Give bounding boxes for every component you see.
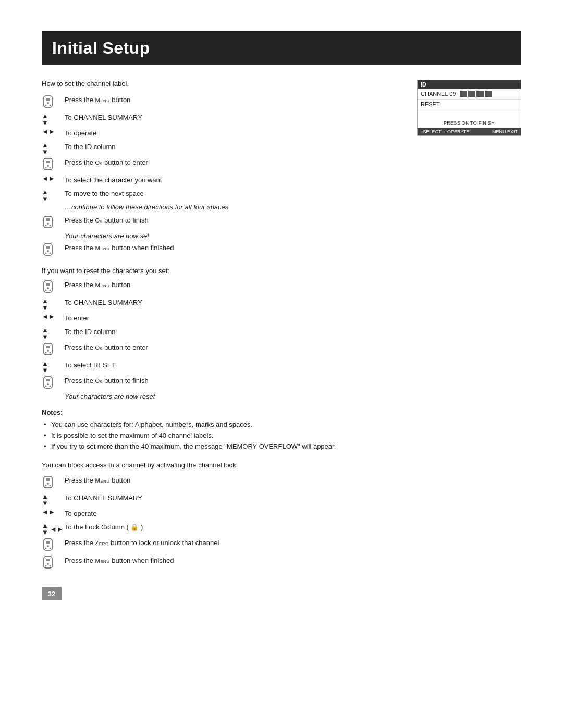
step-lock-column-text: To the Lock Column ( 🔒 ) — [65, 521, 521, 533]
remote-icon-10 — [42, 554, 65, 571]
svg-rect-25 — [44, 343, 52, 355]
title-bar: Initial Setup — [42, 31, 521, 65]
step-menu-finished-1-text: Press the Menu button when finished — [65, 242, 407, 253]
lock-icon: 🔒 — [130, 522, 139, 533]
step-press-menu-3: Press the Menu button — [42, 474, 521, 491]
svg-rect-15 — [44, 244, 52, 255]
remote-icon-1 — [42, 94, 65, 110]
screen-bottom-bar: ↕SELECT↔ OPERATE MENU EXIT — [418, 128, 521, 135]
step-enter-2-text: To enter — [65, 312, 521, 324]
step-zero-lock: Press the Zero button to lock or unlock … — [42, 537, 521, 553]
svg-rect-31 — [46, 379, 50, 381]
section-reset: If you want to reset the characters you … — [42, 267, 521, 400]
svg-point-19 — [50, 253, 51, 254]
svg-rect-45 — [44, 557, 52, 568]
screen-bottom-exit: MENU EXIT — [492, 129, 518, 134]
step-ok-enter-1-text: Press the Ok button to enter — [65, 156, 407, 168]
svg-point-23 — [45, 290, 47, 291]
svg-point-18 — [45, 253, 47, 254]
screen-block-3 — [476, 91, 484, 97]
remote-icon-8 — [42, 474, 65, 491]
screen-channel-label: CHANNEL 09 — [421, 91, 456, 97]
notes-item-2: It is possible to set the maximum of 40 … — [44, 430, 521, 441]
screen-blocks — [460, 91, 492, 97]
step-menu-finished-3-text: Press the Menu button when finished — [65, 554, 521, 566]
svg-point-2 — [47, 102, 49, 104]
svg-rect-11 — [46, 218, 50, 221]
svg-point-27 — [47, 350, 49, 352]
step-menu-finished-1: Press the Menu button when finished — [42, 242, 407, 258]
svg-point-4 — [50, 105, 51, 106]
arrow-ud-icon-7: ▲ ▼ — [42, 492, 65, 507]
svg-point-22 — [47, 287, 49, 289]
svg-point-42 — [47, 545, 49, 547]
svg-point-38 — [45, 485, 47, 487]
screen-bottom-select: ↕SELECT↔ OPERATE — [421, 129, 469, 134]
remote-icon-4 — [42, 242, 65, 258]
page-title: Initial Setup — [52, 39, 150, 57]
section2-intro: If you want to reset the characters you … — [42, 267, 521, 275]
step-channel-summary-2-text: To CHANNEL SUMMARY — [65, 297, 521, 308]
svg-rect-20 — [44, 281, 52, 292]
screen-reset-row: RESET — [418, 100, 521, 109]
remote-icon-7 — [42, 375, 65, 391]
screen-block-1 — [460, 91, 467, 97]
step-lock-column: ▲ ▼ ◄ ► To the Lock Column ( 🔒 ) — [42, 521, 521, 536]
screen-press-row: PRESS OK TO FINISH — [418, 118, 521, 128]
remote-icon-3 — [42, 214, 65, 231]
svg-point-43 — [45, 548, 47, 549]
step-ok-finish-1-text: Press the Ok button to finish — [65, 214, 407, 226]
svg-rect-6 — [46, 161, 50, 163]
svg-rect-1 — [46, 98, 50, 101]
svg-point-14 — [50, 225, 51, 227]
remote-icon-5 — [42, 279, 65, 295]
svg-point-29 — [50, 352, 51, 354]
svg-point-33 — [45, 386, 47, 387]
step-id-column-1-text: To the ID column — [65, 141, 407, 152]
step-operate-3: ◄ ► To operate — [42, 508, 521, 520]
section3-intro: You can block access to a channel by act… — [42, 461, 521, 469]
remote-icon-9 — [42, 537, 65, 553]
step-zero-lock-text: Press the Zero button to lock or unlock … — [65, 537, 521, 548]
svg-point-3 — [45, 105, 47, 106]
step-next-space-text: To move to the next space — [65, 188, 407, 199]
chars-reset-note: Your characters are now reset — [65, 392, 521, 400]
continue-note: …continue to follow these directions for… — [65, 203, 407, 211]
step-id-column-2-text: To the ID column — [65, 326, 521, 337]
arrow-lr-icon-2: ◄ ► — [42, 174, 65, 182]
section1-intro: How to set the channel label. — [42, 80, 407, 88]
step-press-menu-1-text: Press the Menu button — [65, 94, 407, 105]
svg-point-39 — [50, 485, 51, 487]
step-next-space: ▲ ▼ To move to the next space — [42, 188, 407, 202]
step-select-char-text: To select the character you want — [65, 174, 407, 186]
step-operate-1: ◄ ► To operate — [42, 127, 407, 140]
svg-point-12 — [47, 223, 49, 225]
svg-point-13 — [45, 225, 47, 227]
step-channel-summary-1-text: To CHANNEL SUMMARY — [65, 112, 407, 123]
page-number: 32 — [48, 590, 55, 598]
section-channel-lock: You can block access to a channel by act… — [42, 461, 521, 571]
svg-rect-36 — [46, 478, 50, 481]
arrow-ud-icon-3: ▲ ▼ — [42, 188, 65, 202]
arrow-lr-icon-1: ◄ ► — [42, 127, 65, 135]
svg-rect-40 — [44, 539, 52, 550]
section-channel-label: How to set the channel label. Press the … — [42, 80, 521, 258]
arrow-ud-icon-2: ▲ ▼ — [42, 141, 65, 155]
step-press-menu-2: Press the Menu button — [42, 279, 521, 295]
step-select-char: ◄ ► To select the character you want — [42, 174, 407, 187]
svg-point-28 — [45, 352, 47, 354]
screen-channel-row: CHANNEL 09 — [418, 89, 521, 100]
arrow-lr-icon-4: ◄ ► — [42, 508, 65, 515]
notes-list: You can use characters for: Alphabet, nu… — [44, 419, 521, 452]
arrow-lr-icon-3: ◄ ► — [42, 312, 65, 320]
step-channel-summary-3-text: To CHANNEL SUMMARY — [65, 492, 521, 503]
screen-mockup: ID CHANNEL 09 RESET PRESS OK TO FINISH ↕… — [417, 80, 521, 136]
step-channel-summary-1: ▲ ▼ To CHANNEL SUMMARY — [42, 112, 407, 126]
svg-point-37 — [47, 483, 49, 485]
arrow-ud-icon-6: ▲ ▼ — [42, 359, 65, 374]
step-ok-enter-2-text: Press the Ok button to enter — [65, 341, 521, 353]
svg-rect-21 — [46, 283, 50, 286]
step-enter-2: ◄ ► To enter — [42, 312, 521, 325]
page-number-box: 32 — [42, 587, 62, 600]
svg-rect-30 — [44, 377, 52, 388]
